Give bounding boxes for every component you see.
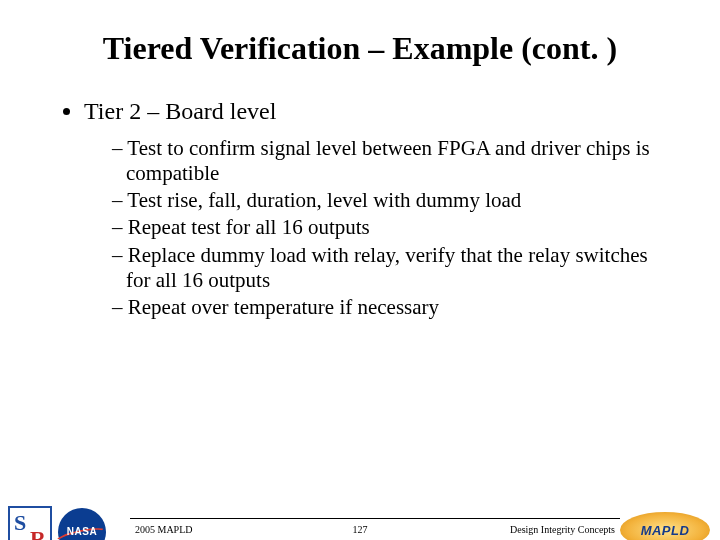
slide-footer: S R MAPLD 2005 MAPLD 127 Design Integrit… [0,496,720,540]
sub-bullet-item: – Repeat test for all 16 outputs [112,215,660,240]
bullet-heading: Tier 2 – Board level [84,98,276,124]
slide: Tiered Verification – Example (cont. ) T… [0,30,720,540]
sub-bullet-item: – Test to confirm signal level between F… [112,136,660,186]
footer-left-text: 2005 MAPLD [135,524,193,535]
sub-bullet-item: – Test rise, fall, duration, level with … [112,188,660,213]
mapld-logo-label: MAPLD [620,512,710,540]
sub-bullet-list: – Test to confirm signal level between F… [84,136,660,320]
sub-bullet-item: – Replace dummy load with relay, verify … [112,243,660,293]
sr-logo-r: R [30,526,46,540]
footer-divider [130,518,620,519]
slide-title: Tiered Verification – Example (cont. ) [0,30,720,67]
slide-body: Tier 2 – Board level – Test to confirm s… [0,97,720,320]
bullet-list: Tier 2 – Board level – Test to confirm s… [70,97,660,320]
sub-bullet-item: – Repeat over temperature if necessary [112,295,660,320]
nasa-logo-icon [58,508,106,540]
mapld-logo: MAPLD [620,512,710,540]
bullet-item: Tier 2 – Board level – Test to confirm s… [84,97,660,320]
sr-logo: S R [8,506,52,540]
footer-center-text: 127 [353,524,368,535]
sr-logo-s: S [14,510,26,536]
footer-right-text: Design Integrity Concepts [510,524,615,535]
